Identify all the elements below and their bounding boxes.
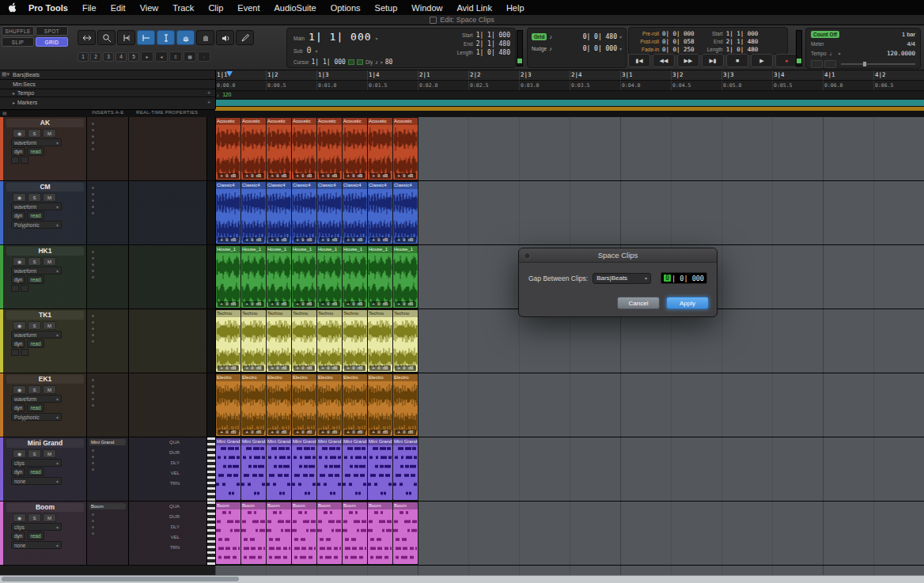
mute-button[interactable]: M [43, 193, 56, 202]
clip-boom[interactable]: Boom [241, 502, 266, 564]
ffwd-button[interactable]: ▶▶ [677, 54, 699, 67]
clip-classic4[interactable]: Classic4+ 0 dB [317, 182, 342, 244]
main-dropdown-icon[interactable]: ▾ [376, 36, 378, 41]
insert-slot-empty[interactable] [92, 148, 94, 150]
track-extra-selector[interactable]: none▾ [11, 541, 62, 549]
clip-classic4[interactable]: Classic4+ 0 dB [216, 182, 240, 244]
link-track-button[interactable]: ▦ [184, 51, 196, 62]
clip-electro[interactable]: Electro+ 0 dB [216, 374, 240, 436]
cancel-button[interactable]: Cancel [617, 297, 660, 309]
clip-acoustic[interactable]: Acoustic+ 0 dB [393, 118, 418, 180]
clip-electro[interactable]: Electro+ 0 dB [343, 374, 367, 436]
mute-button[interactable]: M [43, 257, 56, 266]
rtp-trn[interactable]: TRN [129, 481, 180, 491]
main-value[interactable]: 1| 1| 000 [309, 31, 371, 43]
track-height-icon[interactable] [21, 349, 28, 356]
horizontal-scrollbar[interactable] [0, 575, 924, 583]
clip-acoustic[interactable]: Acoustic+ 0 dB [267, 118, 291, 180]
sub-counter[interactable]: Sub 0 ▾ [293, 46, 318, 55]
zoom-preset-4-button[interactable]: 4 [116, 52, 127, 62]
track-name[interactable]: HK1 [6, 247, 84, 256]
add-marker-button[interactable]: + [207, 100, 210, 105]
track-height-icon[interactable] [21, 157, 28, 164]
clip-techno[interactable]: Techno+ 0 dB [393, 310, 418, 372]
track-header-tk1[interactable]: TK1◉SMwaveform▾dynread [0, 309, 87, 373]
insert-slot-empty[interactable] [92, 392, 94, 394]
clip-classic4[interactable]: Classic4+ 0 dB [368, 182, 392, 244]
track-name[interactable]: CM [6, 183, 84, 191]
track-lane-empty[interactable] [418, 117, 924, 180]
bars-beats-ruler-label[interactable]: Bars|Beats [0, 70, 215, 80]
insert-slot-empty[interactable] [92, 315, 94, 317]
tempo-slider-handle[interactable] [863, 62, 866, 66]
automation-read-button[interactable]: read [27, 468, 44, 476]
record-arm-button[interactable]: ◉ [13, 385, 26, 394]
add-tempo-button[interactable]: + [207, 90, 210, 96]
clip-electro[interactable]: Electro+ 0 dB [241, 374, 266, 436]
link-timeline-button[interactable]: ≡ [169, 51, 182, 62]
menu-window[interactable]: Window [404, 3, 449, 13]
insert-slot-empty[interactable] [92, 123, 94, 125]
mode-shuffle-button[interactable]: SHUFFLE [2, 26, 34, 36]
stop-button[interactable]: ■ [726, 54, 748, 67]
tempo-slider[interactable] [841, 63, 915, 65]
clip-boom[interactable]: Boom [292, 502, 316, 564]
zoomer-tool[interactable] [97, 30, 116, 45]
rtp-dur[interactable]: DUR [129, 450, 180, 460]
rtp-trn[interactable]: TRN [129, 545, 180, 555]
zoom-preset-1-button[interactable]: 1 [78, 52, 89, 62]
grabber-tool[interactable] [196, 30, 214, 45]
sel-start-value[interactable]: 1| 1| 000 [476, 32, 510, 39]
smart-tool-trim[interactable] [137, 30, 155, 45]
insert-slot-empty[interactable] [92, 379, 94, 381]
clip-electro[interactable]: Electro+ 0 dB [368, 374, 392, 436]
tempo-ruler-label[interactable]: ▸Tempo+ [0, 89, 215, 97]
clip-electro[interactable]: Electro+ 0 dB [317, 374, 342, 436]
clip-acoustic[interactable]: Acoustic+ 0 dB [317, 118, 342, 180]
menu-edit[interactable]: Edit [104, 3, 133, 13]
metronome-button[interactable] [811, 60, 823, 68]
clip-acoustic[interactable]: Acoustic+ 0 dB [292, 118, 316, 180]
insert-slot-empty[interactable] [92, 404, 94, 407]
insert-slot-empty[interactable] [92, 532, 94, 535]
track-header-ek1[interactable]: EK1◉SMwaveform▾dynreadPolyphonic▾ [0, 373, 87, 437]
clip-mini-grand[interactable]: Mini Grand [317, 438, 342, 500]
track-view-selector[interactable]: waveform▾ [11, 267, 62, 274]
clip-electro[interactable]: Electro+ 0 dB [292, 374, 316, 436]
insert-slot-empty[interactable] [92, 456, 94, 458]
min-secs-ruler-label[interactable]: Min:Secs [0, 80, 215, 89]
automation-dyn-button[interactable]: dyn [11, 339, 25, 348]
menu-event[interactable]: Event [230, 3, 267, 13]
clip-techno[interactable]: Techno+ 0 dB [368, 310, 392, 372]
track-view-selector[interactable]: clips▾ [11, 523, 62, 531]
clip-mini-grand[interactable]: Mini Grand [267, 438, 291, 500]
clip-house-1[interactable]: House_1+ 0 dB [343, 246, 367, 308]
smart-tool-selector[interactable] [157, 30, 175, 45]
track-lane-empty[interactable] [418, 181, 924, 244]
mute-button[interactable]: M [43, 321, 56, 330]
mode-grid-button[interactable]: GRID [36, 37, 68, 47]
play-button[interactable]: ▶ [751, 54, 773, 67]
menu-options[interactable]: Options [324, 3, 368, 13]
mute-button[interactable]: M [43, 513, 56, 522]
track-header-cm[interactable]: CM◉SMwaveform▾dynreadPolyphonic▾ [0, 181, 87, 244]
menu-audiosuite[interactable]: AudioSuite [267, 3, 323, 13]
record-arm-button[interactable]: ◉ [13, 129, 26, 138]
insert-slot-empty[interactable] [92, 334, 94, 336]
clip-boom[interactable]: Boom [368, 502, 392, 564]
fade-in-value[interactable]: 0| 0| 250 [662, 46, 695, 53]
dialog-titlebar[interactable]: Space Clips [519, 248, 717, 263]
track-height-icon[interactable] [21, 285, 28, 292]
record-arm-button[interactable]: ◉ [13, 257, 26, 266]
insert-slot-empty[interactable] [92, 340, 94, 343]
track-extra-selector[interactable]: none▾ [11, 477, 62, 485]
insert-slot-empty[interactable] [92, 251, 94, 253]
automation-dyn-button[interactable]: dyn [11, 403, 25, 412]
gap-units-dropdown[interactable]: Bars|Beats ▾ [593, 273, 651, 284]
mute-button[interactable]: M [43, 129, 56, 138]
tl-length-value[interactable]: 1| 0| 480 [726, 46, 759, 53]
record-arm-button[interactable]: ◉ [13, 513, 26, 522]
track-name[interactable]: TK1 [6, 311, 84, 320]
menu-file[interactable]: File [75, 3, 104, 13]
insert-slot-empty[interactable] [92, 129, 94, 131]
